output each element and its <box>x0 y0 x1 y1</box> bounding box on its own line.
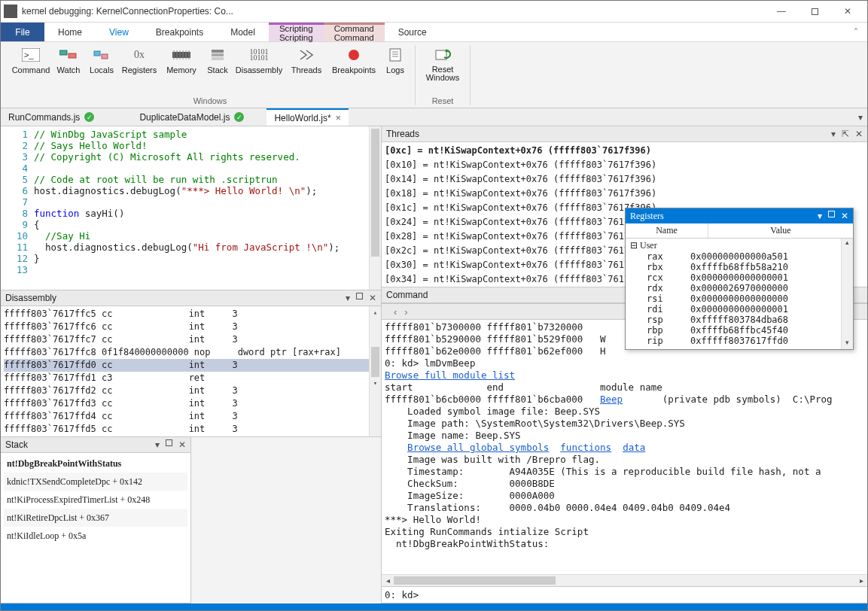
close-tab-icon[interactable]: × <box>336 112 342 123</box>
stack-panel: Stack ▾✕ nt!DbgBreakPointWithStatuskdnic… <box>1 437 191 603</box>
panel-close-icon[interactable]: ✕ <box>178 439 186 450</box>
status-bar <box>1 603 867 610</box>
menu-command-label-2: Command <box>334 33 374 42</box>
collapse-ribbon-button[interactable]: ˄ <box>845 23 867 41</box>
menu-home[interactable]: Home <box>44 23 96 41</box>
check-icon: ✓ <box>84 112 94 122</box>
registers-scrollbar[interactable]: ▴▾ <box>841 239 853 349</box>
registers-window[interactable]: Registers ▾✕ NameValue ⊟ Userrax0x000000… <box>625 208 854 350</box>
ribbon-breakpoints[interactable]: Breakpoints <box>327 45 380 76</box>
panel-close-icon[interactable]: ✕ <box>841 211 848 222</box>
ribbon-command[interactable]: >_Command <box>10 45 52 76</box>
registers-title: Registers <box>630 211 664 222</box>
ribbon-logs[interactable]: Logs <box>380 45 410 76</box>
svg-rect-3 <box>69 53 76 58</box>
ribbon-watch[interactable]: Watch <box>52 45 85 76</box>
registers-col-value: Value <box>708 223 853 238</box>
code-editor[interactable]: 12345678910111213 // WinDbg JavaScript s… <box>1 126 381 290</box>
command-hscrollbar[interactable]: ◂▸ <box>382 574 867 586</box>
panel-maximize-icon[interactable] <box>166 439 172 446</box>
check-icon: ✓ <box>234 112 244 122</box>
link-data[interactable]: data <box>623 442 645 453</box>
panel-dropdown-icon[interactable]: ▾ <box>831 129 836 139</box>
stack-title: Stack <box>5 439 28 450</box>
svg-text:>_: >_ <box>24 50 34 59</box>
panel-dropdown-icon[interactable]: ▾ <box>346 293 350 303</box>
panel-pin-icon[interactable]: ⇱ <box>842 129 849 139</box>
threads-title: Threads <box>386 129 419 139</box>
minimize-button[interactable]: — <box>765 1 798 22</box>
title-bar: kernel debugging: KernelConnectionProper… <box>1 1 867 23</box>
ribbon-group-windows-label: Windows <box>193 96 227 105</box>
maximize-button[interactable] <box>798 1 831 22</box>
ribbon-disassembly[interactable]: 1010110101Disassembly <box>233 45 285 76</box>
panel-close-icon[interactable]: ✕ <box>369 293 376 303</box>
menu-file[interactable]: File <box>1 23 44 41</box>
menu-scripting-label-2: Scripting <box>279 33 313 42</box>
ribbon-registers[interactable]: 0xRegisters <box>118 45 160 76</box>
svg-rect-6 <box>172 52 190 58</box>
svg-rect-2 <box>59 50 67 55</box>
ribbon-group-reset-label: Reset <box>432 96 454 105</box>
command-input[interactable]: 0: kd> <box>382 586 867 603</box>
document-tabs: RunCommands.js✓ DuplicateDataModel.js✓ H… <box>1 108 867 126</box>
ribbon: >_Command Watch Locals 0xRegisters Memor… <box>1 42 867 108</box>
cmd-prev-icon[interactable]: ‹ <box>394 306 397 318</box>
link-globals[interactable]: Browse all global symbols <box>407 442 549 453</box>
disassembly-panel: Disassembly ▾✕ fffff803`7617ffc5 cc int … <box>1 290 381 437</box>
command-title: Command <box>386 290 428 300</box>
ribbon-locals[interactable]: Locals <box>85 45 118 76</box>
svg-point-16 <box>349 50 359 60</box>
tab-helloworld[interactable]: HelloWorld.js*× <box>266 108 349 126</box>
panel-close-icon[interactable]: ✕ <box>855 129 863 139</box>
menu-source[interactable]: Source <box>385 23 440 41</box>
menu-command-label: Command <box>334 24 374 33</box>
menu-group-command[interactable]: Command Command <box>324 23 385 41</box>
ribbon-memory[interactable]: Memory <box>160 45 203 76</box>
svg-rect-4 <box>94 51 100 56</box>
menu-scripting-label: Scripting <box>279 24 313 33</box>
editor-scrollbar[interactable] <box>369 126 381 290</box>
registers-col-name: Name <box>626 223 708 238</box>
tab-dropdown-icon[interactable]: ▾ <box>858 112 863 123</box>
tab-duplicatedatamodel[interactable]: DuplicateDataModel.js✓ <box>132 108 251 126</box>
panel-dropdown-icon[interactable]: ▾ <box>155 439 160 450</box>
panel-maximize-icon[interactable] <box>356 293 363 299</box>
svg-rect-13 <box>212 50 224 53</box>
panel-maximize-icon[interactable] <box>828 211 835 217</box>
tab-runcommands[interactable]: RunCommands.js✓ <box>1 108 102 126</box>
menu-group-scripting[interactable]: Scripting Scripting <box>269 23 324 41</box>
link-browse-modules[interactable]: Browse full module list <box>385 369 515 381</box>
disassembly-title: Disassembly <box>5 293 56 303</box>
app-icon <box>4 5 17 18</box>
menu-strip: File Home View Breakpoints Model Scripti… <box>1 23 867 42</box>
panel-dropdown-icon[interactable]: ▾ <box>818 211 822 222</box>
ribbon-stack[interactable]: Stack <box>203 45 233 76</box>
svg-rect-5 <box>102 54 108 59</box>
link-beep[interactable]: Beep <box>600 394 623 405</box>
cmd-next-icon[interactable]: › <box>404 306 407 318</box>
menu-breakpoints[interactable]: Breakpoints <box>142 23 217 41</box>
window-title: kernel debugging: KernelConnectionProper… <box>22 6 233 17</box>
command-output[interactable]: fffff801`b7300000 fffff801`b7320000 ffff… <box>382 320 867 574</box>
menu-model[interactable]: Model <box>217 23 269 41</box>
ribbon-reset-windows[interactable]: Reset Windows <box>420 45 465 84</box>
ribbon-threads[interactable]: Threads <box>285 45 327 76</box>
svg-rect-14 <box>212 53 224 56</box>
disassembly-scrollbar[interactable]: ▴▾ <box>369 306 381 436</box>
svg-rect-15 <box>212 57 224 60</box>
menu-view[interactable]: View <box>96 23 142 41</box>
link-functions[interactable]: functions <box>560 442 611 453</box>
svg-rect-17 <box>390 49 400 61</box>
close-button[interactable]: ✕ <box>831 1 864 22</box>
